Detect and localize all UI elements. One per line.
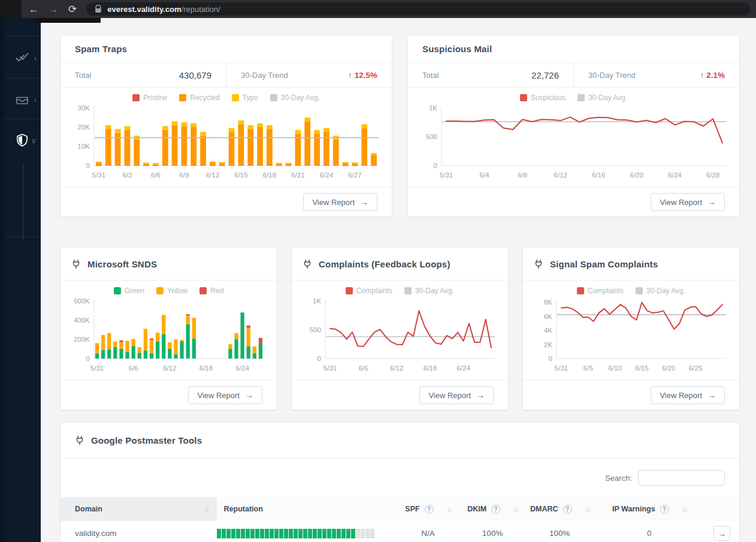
forward-button[interactable]: →	[49, 4, 59, 14]
svg-text:6/27: 6/27	[348, 171, 361, 179]
plug-icon	[71, 259, 81, 269]
svg-text:6/8: 6/8	[518, 171, 527, 179]
svg-text:6/15: 6/15	[635, 365, 648, 372]
svg-text:6/6: 6/6	[359, 365, 368, 372]
svg-text:1K: 1K	[313, 297, 321, 305]
complaints-fbl-card: Complaints (Feedback Loops) Complaints30…	[291, 247, 509, 410]
fbl-title: Complaints (Feedback Loops)	[319, 259, 450, 269]
help-icon[interactable]: ?	[660, 505, 669, 514]
help-icon[interactable]: ?	[563, 505, 572, 514]
reputation-bar	[217, 529, 397, 538]
postmaster-title: Google Postmaster Tools	[91, 435, 202, 445]
sort-icon[interactable]: ↑↓	[204, 505, 208, 513]
legend-swatch	[577, 287, 584, 294]
refresh-button[interactable]: ⟳	[68, 4, 77, 14]
column-header-dmarc[interactable]: DMARC ? ↑↓	[525, 497, 594, 521]
sidebar-item-reputation[interactable]: ∨	[4, 121, 41, 160]
svg-text:6/5: 6/5	[583, 365, 593, 372]
spam-traps-chart: 30K20K10K05/316/36/66/96/126/156/186/216…	[70, 104, 382, 183]
dkim-cell: 100%	[459, 521, 525, 542]
sort-icon[interactable]: ↑↓	[447, 505, 451, 513]
legend-swatch	[520, 94, 527, 101]
snds-legend: GreenYellowRed	[70, 287, 267, 295]
help-icon[interactable]: ?	[425, 505, 434, 514]
chevron-down-icon: ∨	[31, 136, 37, 145]
svg-text:6/12: 6/12	[206, 171, 219, 179]
trend-up-icon: ↑	[348, 71, 352, 80]
legend-item: Suspicious	[520, 94, 566, 102]
svg-text:4K: 4K	[544, 327, 552, 334]
view-report-button[interactable]: View Report→	[419, 386, 494, 404]
sidebar-item-inbox[interactable]: ‹	[4, 80, 41, 119]
search-input[interactable]	[638, 470, 725, 486]
legend-swatch	[636, 287, 643, 294]
sort-icon[interactable]: ↑↓	[585, 505, 589, 513]
svg-text:10K: 10K	[78, 143, 90, 150]
ip-warnings-cell: 0	[594, 521, 705, 542]
svg-text:8K: 8K	[544, 299, 552, 306]
svg-text:200K: 200K	[74, 336, 90, 343]
column-header-domain[interactable]: Domain ↑↓	[61, 497, 217, 521]
svg-text:400K: 400K	[74, 317, 90, 324]
signal-chart: 8K6K4K2K05/316/56/106/156/206/25	[533, 297, 730, 377]
legend-item: 30-Day Avg.	[636, 287, 685, 295]
svg-text:6/4: 6/4	[480, 171, 490, 179]
svg-text:5/31: 5/31	[555, 365, 568, 372]
svg-text:0: 0	[549, 355, 552, 362]
legend-swatch	[346, 287, 353, 294]
arrow-right-icon: →	[245, 390, 253, 400]
back-button[interactable]: ←	[29, 4, 39, 14]
url-bar[interactable]: everest.validity.com/reputation/	[86, 2, 750, 16]
chevron-left-icon: ‹	[34, 53, 37, 62]
svg-text:6/20: 6/20	[662, 365, 675, 372]
view-report-button[interactable]: View Report→	[188, 386, 262, 404]
main-content: Spam Traps Total 430,679 30-Day Trend ↑1…	[41, 18, 756, 542]
svg-text:5/31: 5/31	[323, 365, 337, 372]
sidebar-item-validation[interactable]: ‹	[4, 38, 41, 77]
suspicious-legend: Suspicious30-Day Avg.	[418, 94, 730, 102]
legend-item: Recycled	[179, 94, 219, 102]
spam-traps-title: Spam Traps	[75, 44, 127, 54]
legend-item: 30-Day Avg.	[270, 94, 320, 102]
column-header-reputation[interactable]: Reputation	[217, 497, 397, 521]
legend-swatch	[270, 94, 277, 101]
suspicious-mail-chart: 1K50005/316/46/86/126/166/206/246/28	[418, 104, 730, 183]
view-report-button[interactable]: View Report→	[651, 193, 725, 211]
arrow-right-icon: →	[707, 197, 716, 207]
microsoft-snds-card: Microsoft SNDS GreenYellowRed 600K400K20…	[60, 247, 277, 410]
shield-icon	[16, 133, 29, 147]
spf-cell: N/A	[397, 521, 459, 542]
domain-cell: validity.com	[61, 521, 217, 542]
sort-icon[interactable]: ↑↓	[682, 505, 687, 513]
inbox-icon	[15, 94, 29, 106]
table-header-row: Domain ↑↓ Reputation SPF ? ↑↓	[61, 497, 739, 521]
svg-text:20K: 20K	[78, 124, 90, 131]
sort-icon[interactable]: ↑↓	[513, 505, 518, 513]
svg-text:6/16: 6/16	[592, 171, 605, 179]
svg-text:6/24: 6/24	[668, 171, 682, 179]
fbl-chart: 1K50005/316/66/126/186/24	[301, 297, 498, 377]
legend-swatch	[156, 287, 164, 294]
svg-text:0: 0	[86, 162, 90, 169]
suspicious-mail-title: Suspicious Mail	[422, 44, 492, 54]
svg-text:5/31: 5/31	[440, 171, 453, 179]
column-header-spf[interactable]: SPF ? ↑↓	[397, 497, 459, 521]
lock-icon	[95, 5, 102, 13]
svg-text:6/24: 6/24	[456, 365, 470, 372]
view-report-button[interactable]: View Report→	[303, 193, 377, 211]
snds-chart: 600K400K200K05/316/66/126/186/24	[70, 297, 267, 377]
suspicious-total-value: 22,726	[531, 70, 559, 80]
column-header-dkim[interactable]: DKIM ? ↑↓	[459, 497, 525, 521]
svg-text:5/31: 5/31	[92, 171, 105, 179]
row-detail-button[interactable]: →	[713, 526, 730, 541]
help-icon[interactable]: ?	[491, 505, 500, 514]
postmaster-table: Domain ↑↓ Reputation SPF ? ↑↓	[61, 497, 739, 542]
plug-icon	[303, 259, 312, 269]
svg-text:6/6: 6/6	[151, 171, 161, 179]
view-report-button[interactable]: View Report→	[651, 386, 725, 404]
column-header-ip-warnings[interactable]: IP Warnings ? ↑↓	[594, 497, 705, 521]
url-host: everest.validity.com	[107, 5, 181, 14]
fbl-legend: Complaints30-Day Avg.	[301, 287, 498, 295]
table-row[interactable]: validity.com N/A 100% 100% 0 →	[61, 521, 739, 542]
svg-text:6/6: 6/6	[129, 365, 138, 372]
